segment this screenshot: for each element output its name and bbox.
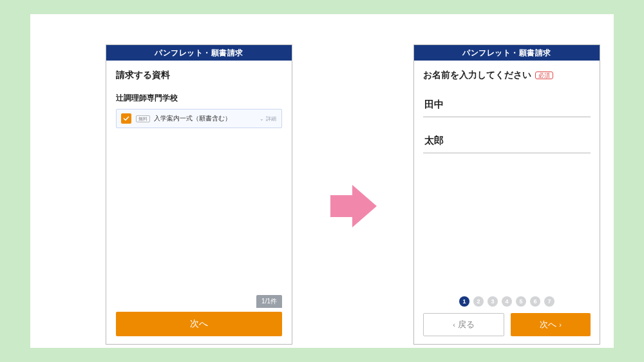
- next-button-label: 次へ: [190, 318, 208, 330]
- count-badge: 1/1件: [256, 295, 282, 308]
- button-row: ‹ 戻る 次へ ›: [423, 313, 591, 336]
- chevron-left-icon: ‹: [453, 321, 455, 329]
- screen-request-materials: パンフレット・願書請求 請求する資料 辻調理師専門学校 無料 入学案内一式（願書…: [106, 44, 292, 345]
- step-dot-6: 6: [530, 296, 540, 307]
- app-titlebar: パンフレット・願書請求: [106, 45, 292, 61]
- first-name-field[interactable]: [423, 129, 591, 153]
- content-body: お名前を入力してください 必須 1 2 3 4 5 6 7 ‹: [414, 61, 600, 344]
- free-badge: 無料: [136, 115, 150, 122]
- prompt-text: お名前を入力してください: [423, 70, 531, 81]
- section-heading: 請求する資料: [116, 70, 282, 81]
- step-dot-1: 1: [459, 296, 469, 307]
- prompt-row: お名前を入力してください 必須: [423, 70, 591, 81]
- step-dot-5: 5: [516, 296, 526, 307]
- detail-toggle-label: 詳細: [266, 115, 276, 122]
- school-name: 辻調理師専門学校: [116, 93, 282, 104]
- chevron-right-icon: ›: [559, 321, 562, 329]
- next-button[interactable]: 次へ: [116, 312, 282, 336]
- arrow-right-icon: [327, 180, 379, 235]
- screen-enter-name: パンフレット・願書請求 お名前を入力してください 必須 1 2 3 4 5 6 …: [413, 44, 600, 345]
- app-title: パンフレット・願書請求: [462, 48, 551, 59]
- next-button-label: 次へ: [540, 319, 556, 330]
- material-item-row[interactable]: 無料 入学案内一式（願書含む） ⌄ 詳細: [116, 109, 282, 128]
- next-button[interactable]: 次へ ›: [511, 313, 591, 336]
- step-dot-4: 4: [502, 296, 512, 307]
- step-dot-2: 2: [473, 296, 484, 307]
- content-body: 請求する資料 辻調理師専門学校 無料 入学案内一式（願書含む） ⌄ 詳細 1/1…: [106, 61, 292, 344]
- app-titlebar: パンフレット・願書請求: [414, 45, 600, 61]
- back-button[interactable]: ‹ 戻る: [423, 313, 504, 336]
- canvas-sheet: パンフレット・願書請求 請求する資料 辻調理師専門学校 無料 入学案内一式（願書…: [30, 14, 614, 348]
- last-name-field[interactable]: [423, 93, 591, 117]
- material-item-name: 入学案内一式（願書含む）: [154, 114, 260, 123]
- back-button-label: 戻る: [458, 319, 475, 330]
- footer-area: 1 2 3 4 5 6 7 ‹ 戻る 次へ ›: [423, 296, 591, 336]
- footer-area: 1/1件 次へ: [116, 295, 282, 336]
- step-dot-3: 3: [488, 296, 498, 307]
- app-title: パンフレット・願書請求: [155, 48, 243, 59]
- required-badge: 必須: [535, 71, 553, 80]
- detail-toggle[interactable]: ⌄ 詳細: [260, 115, 276, 122]
- step-indicator: 1 2 3 4 5 6 7: [423, 296, 591, 307]
- checkbox-checked-icon[interactable]: [121, 113, 131, 124]
- chevron-down-icon: ⌄: [260, 116, 264, 122]
- step-dot-7: 7: [544, 296, 554, 307]
